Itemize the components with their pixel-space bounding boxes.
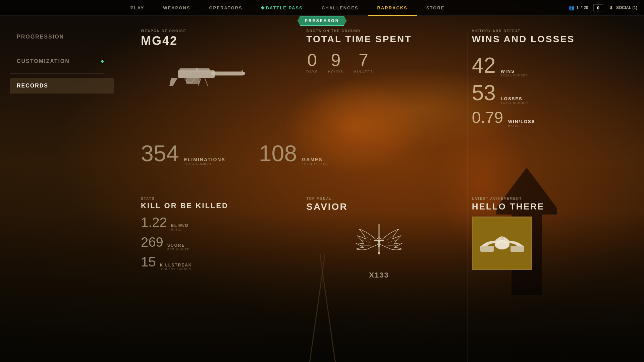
minutes-label: MINUTES xyxy=(354,70,373,74)
wins-section: VICTORY AND DEFEAT WINS AND LOSSES 42 WI… xyxy=(462,22,627,190)
nav-barracks[interactable]: BARRACKS xyxy=(368,0,417,16)
ratio-number: 0.79 xyxy=(472,110,503,126)
battle-pass-diamond xyxy=(261,6,264,9)
killstreak-row: 15 KILLSTREAK HIGHEST EARNED xyxy=(141,254,286,271)
time-label: BOOTS ON THE GROUND xyxy=(306,29,451,33)
sidebar-records[interactable]: RECORDS xyxy=(10,78,114,94)
time-display: 0 DAYS 9 HOURS 7 MINUTES xyxy=(306,51,451,74)
games-sub: TOTAL PLAYED xyxy=(302,162,328,166)
score-detail: SCORE PER MINUTE xyxy=(167,243,190,251)
medal-section: TOP MEDAL SAVIOR xyxy=(296,190,462,284)
achievement-image xyxy=(472,217,532,270)
nav-challenges[interactable]: CHALLENGES xyxy=(312,0,368,16)
navbar: PLAY WEAPONS OPERATORS BATTLE PASS CHALL… xyxy=(0,0,644,16)
main-content: PROGRESSION CUSTOMIZATION RECORDS WEAPON… xyxy=(0,16,644,362)
wins-stat: 42 WINS TOTAL NUMBER xyxy=(472,55,617,77)
savior-medal-svg xyxy=(352,216,406,269)
victory-label: VICTORY AND DEFEAT xyxy=(472,29,617,33)
minutes-unit: 7 MINUTES xyxy=(354,51,373,74)
elimd-row: 1.22 ELIM/D RATIO xyxy=(141,215,286,231)
achievement-label: LATEST ACHIEVEMENT xyxy=(472,197,617,200)
score-number: 269 xyxy=(141,235,163,250)
killstreak-sub: HIGHEST EARNED xyxy=(160,267,192,271)
score-sub: PER MINUTE xyxy=(167,248,190,251)
social-button[interactable]: ⬇ SOCIAL (1) xyxy=(608,5,637,11)
elimd-sub: RATIO xyxy=(171,228,189,231)
losses-stat: 53 LOSSES TOTAL NUMBER xyxy=(472,82,617,105)
sidebar: PROGRESSION CUSTOMIZATION RECORDS xyxy=(0,16,114,362)
elim-section: 354 ELIMINATIONS TOTAL NUMBER 108 GAMES … xyxy=(131,116,462,190)
games-number: 108 xyxy=(259,140,297,166)
victory-title: WINS AND LOSSES xyxy=(472,34,617,45)
players-icon: 👥 xyxy=(568,5,574,11)
achievement-title: HELLO THERE xyxy=(472,202,617,212)
time-section: BOOTS ON THE GROUND TOTAL TIME SPENT 0 D… xyxy=(296,22,462,116)
nav-play[interactable]: PLAY xyxy=(121,0,154,16)
medal-label: TOP MEDAL xyxy=(306,197,347,200)
elim-sub: TOTAL NUMBER xyxy=(184,162,225,166)
svg-rect-24 xyxy=(511,246,524,252)
weapon-label: WEAPON OF CHOICE xyxy=(141,29,286,33)
hours-label: HOURS xyxy=(328,70,343,74)
days-label: DAYS xyxy=(306,70,318,74)
wins-number: 42 xyxy=(472,55,496,76)
ratio-sub: RATIO xyxy=(508,124,535,127)
hours-value: 9 xyxy=(328,51,343,69)
losses-detail: LOSSES TOTAL NUMBER xyxy=(501,96,528,105)
achievement-section: LATEST ACHIEVEMENT HELLO THERE xyxy=(462,190,627,284)
nav-store[interactable]: STORE xyxy=(417,0,454,16)
eliminations-stat: 354 ELIMINATIONS TOTAL NUMBER xyxy=(141,140,225,166)
mg42-gun-svg xyxy=(144,58,252,91)
elim-number: 354 xyxy=(141,140,179,166)
currency-display: 0 xyxy=(593,4,603,11)
medal-badge xyxy=(352,216,406,269)
minutes-value: 7 xyxy=(354,51,373,69)
customization-diamond xyxy=(101,60,104,63)
ratio-title: WIN/LOSS xyxy=(508,119,535,124)
handshake-svg xyxy=(475,222,529,265)
stats-title: KILL OR BE KILLED xyxy=(141,202,286,210)
nav-weapons[interactable]: WEAPONS xyxy=(154,0,200,16)
losses-number: 53 xyxy=(472,82,496,104)
weapon-name: MG42 xyxy=(141,34,286,48)
sidebar-progression[interactable]: PROGRESSION xyxy=(10,29,114,45)
killstreak-number: 15 xyxy=(141,254,156,269)
nav-operators[interactable]: OPERATORS xyxy=(200,0,252,16)
wins-detail: WINS TOTAL NUMBER xyxy=(501,69,528,77)
losses-title: LOSSES xyxy=(501,96,528,101)
score-row: 269 SCORE PER MINUTE xyxy=(141,235,286,251)
games-stat: 108 GAMES TOTAL PLAYED xyxy=(259,140,328,166)
nav-items: PLAY WEAPONS OPERATORS BATTLE PASS CHALL… xyxy=(7,0,568,16)
kill-stats: 1.22 ELIM/D RATIO 269 SCORE PER MINUTE 1… xyxy=(141,215,286,271)
elim-detail: ELIMINATIONS TOTAL NUMBER xyxy=(184,157,225,166)
games-detail: GAMES TOTAL PLAYED xyxy=(302,157,328,166)
svg-rect-11 xyxy=(179,68,210,72)
sidebar-customization[interactable]: CUSTOMIZATION xyxy=(10,54,114,69)
killstreak-label: KILLSTREAK xyxy=(160,263,192,267)
svg-rect-16 xyxy=(241,70,243,73)
content-area: WEAPON OF CHOICE MG42 xyxy=(114,16,644,362)
nav-right: 👥 1 / 20 0 ⬇ SOCIAL (1) xyxy=(568,4,637,11)
sidebar-divider-1 xyxy=(10,49,104,49)
download-icon: ⬇ xyxy=(608,5,614,11)
stats-label: STATS xyxy=(141,197,286,200)
losses-sub: TOTAL NUMBER xyxy=(501,101,528,105)
score-label: SCORE xyxy=(167,243,190,248)
svg-line-13 xyxy=(205,78,208,86)
elimd-number: 1.22 xyxy=(141,215,167,230)
nav-battle-pass[interactable]: BATTLE PASS xyxy=(252,0,312,16)
games-label: GAMES xyxy=(302,157,328,162)
wins-title: WINS xyxy=(501,69,528,74)
killstreak-detail: KILLSTREAK HIGHEST EARNED xyxy=(160,263,192,271)
wins-sub: TOTAL NUMBER xyxy=(501,74,528,77)
ratio-detail: WIN/LOSS RATIO xyxy=(508,119,535,127)
svg-rect-15 xyxy=(196,68,198,71)
elimd-label: ELIM/D xyxy=(171,223,189,228)
days-value: 0 xyxy=(306,51,318,69)
preseason-badge[interactable]: PRESEASON xyxy=(298,16,346,26)
sidebar-divider-2 xyxy=(10,73,104,74)
svg-rect-23 xyxy=(480,246,494,252)
medal-multiplier: X133 xyxy=(369,271,389,280)
weapon-image xyxy=(141,54,255,95)
svg-rect-14 xyxy=(186,78,200,84)
